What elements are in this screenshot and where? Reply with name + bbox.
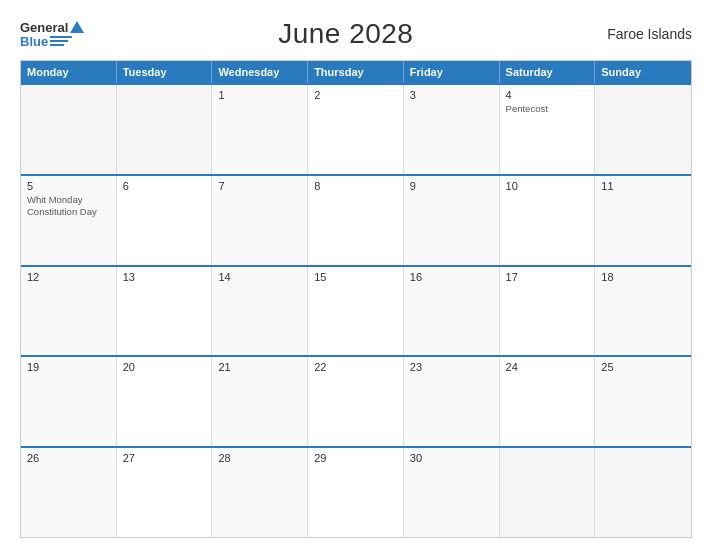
day-number: 10 [506, 180, 589, 192]
region-label: Faroe Islands [607, 26, 692, 42]
cal-cell-w2d6: 10 [500, 176, 596, 265]
calendar-week-1: 1234Pentecost [21, 83, 691, 174]
day-number: 12 [27, 271, 110, 283]
logo-blue-text: Blue [20, 35, 48, 48]
cal-header-sunday: Sunday [595, 61, 691, 83]
holiday-label: Pentecost [506, 103, 589, 115]
day-number: 27 [123, 452, 206, 464]
day-number: 7 [218, 180, 301, 192]
day-number: 3 [410, 89, 493, 101]
calendar-week-3: 12131415161718 [21, 265, 691, 356]
logo-line-1 [50, 36, 72, 38]
cal-cell-w4d4: 22 [308, 357, 404, 446]
calendar-body: 1234Pentecost5Whit MondayConstitution Da… [21, 83, 691, 537]
day-number: 19 [27, 361, 110, 373]
logo: General Blue [20, 21, 84, 48]
day-number: 13 [123, 271, 206, 283]
calendar-grid: MondayTuesdayWednesdayThursdayFridaySatu… [20, 60, 692, 538]
cal-header-wednesday: Wednesday [212, 61, 308, 83]
cal-cell-w5d4: 29 [308, 448, 404, 537]
cal-cell-w4d3: 21 [212, 357, 308, 446]
day-number: 26 [27, 452, 110, 464]
cal-cell-w3d3: 14 [212, 267, 308, 356]
cal-cell-w4d6: 24 [500, 357, 596, 446]
cal-cell-w2d4: 8 [308, 176, 404, 265]
cal-cell-w5d7 [595, 448, 691, 537]
cal-header-thursday: Thursday [308, 61, 404, 83]
cal-cell-w2d7: 11 [595, 176, 691, 265]
cal-cell-w2d3: 7 [212, 176, 308, 265]
cal-cell-w3d7: 18 [595, 267, 691, 356]
cal-header-monday: Monday [21, 61, 117, 83]
day-number: 8 [314, 180, 397, 192]
day-number: 30 [410, 452, 493, 464]
day-number: 28 [218, 452, 301, 464]
logo-line-2 [50, 40, 68, 42]
logo-lines-decoration [50, 36, 72, 46]
cal-cell-w2d1: 5Whit MondayConstitution Day [21, 176, 117, 265]
holiday-label: Whit MondayConstitution Day [27, 194, 110, 219]
day-number: 5 [27, 180, 110, 192]
page-title: June 2028 [278, 18, 413, 50]
day-number: 18 [601, 271, 685, 283]
calendar-header: General Blue June 2028 Faroe Islands [20, 18, 692, 50]
day-number: 24 [506, 361, 589, 373]
cal-cell-w1d4: 2 [308, 85, 404, 174]
day-number: 6 [123, 180, 206, 192]
cal-cell-w5d2: 27 [117, 448, 213, 537]
day-number: 11 [601, 180, 685, 192]
day-number: 16 [410, 271, 493, 283]
cal-cell-w1d2 [117, 85, 213, 174]
day-number: 25 [601, 361, 685, 373]
cal-cell-w3d5: 16 [404, 267, 500, 356]
day-number: 2 [314, 89, 397, 101]
day-number: 29 [314, 452, 397, 464]
day-number: 20 [123, 361, 206, 373]
cal-cell-w1d5: 3 [404, 85, 500, 174]
cal-cell-w5d6 [500, 448, 596, 537]
cal-cell-w3d2: 13 [117, 267, 213, 356]
day-number: 23 [410, 361, 493, 373]
calendar-week-5: 2627282930 [21, 446, 691, 537]
logo-triangle-icon [70, 21, 84, 33]
cal-cell-w1d6: 4Pentecost [500, 85, 596, 174]
day-number: 17 [506, 271, 589, 283]
cal-header-saturday: Saturday [500, 61, 596, 83]
calendar-header-row: MondayTuesdayWednesdayThursdayFridaySatu… [21, 61, 691, 83]
cal-cell-w2d5: 9 [404, 176, 500, 265]
day-number: 21 [218, 361, 301, 373]
cal-cell-w4d1: 19 [21, 357, 117, 446]
cal-cell-w5d5: 30 [404, 448, 500, 537]
cal-cell-w5d1: 26 [21, 448, 117, 537]
cal-cell-w3d1: 12 [21, 267, 117, 356]
day-number: 22 [314, 361, 397, 373]
calendar-week-4: 19202122232425 [21, 355, 691, 446]
cal-cell-w1d1 [21, 85, 117, 174]
calendar-week-2: 5Whit MondayConstitution Day67891011 [21, 174, 691, 265]
cal-cell-w1d7 [595, 85, 691, 174]
day-number: 15 [314, 271, 397, 283]
cal-header-tuesday: Tuesday [117, 61, 213, 83]
cal-cell-w4d2: 20 [117, 357, 213, 446]
day-number: 9 [410, 180, 493, 192]
day-number: 14 [218, 271, 301, 283]
cal-cell-w5d3: 28 [212, 448, 308, 537]
cal-cell-w1d3: 1 [212, 85, 308, 174]
day-number: 1 [218, 89, 301, 101]
cal-header-friday: Friday [404, 61, 500, 83]
day-number: 4 [506, 89, 589, 101]
cal-cell-w4d5: 23 [404, 357, 500, 446]
cal-cell-w2d2: 6 [117, 176, 213, 265]
cal-cell-w3d4: 15 [308, 267, 404, 356]
cal-cell-w4d7: 25 [595, 357, 691, 446]
logo-line-3 [50, 44, 64, 46]
logo-general-text: General [20, 21, 68, 34]
cal-cell-w3d6: 17 [500, 267, 596, 356]
